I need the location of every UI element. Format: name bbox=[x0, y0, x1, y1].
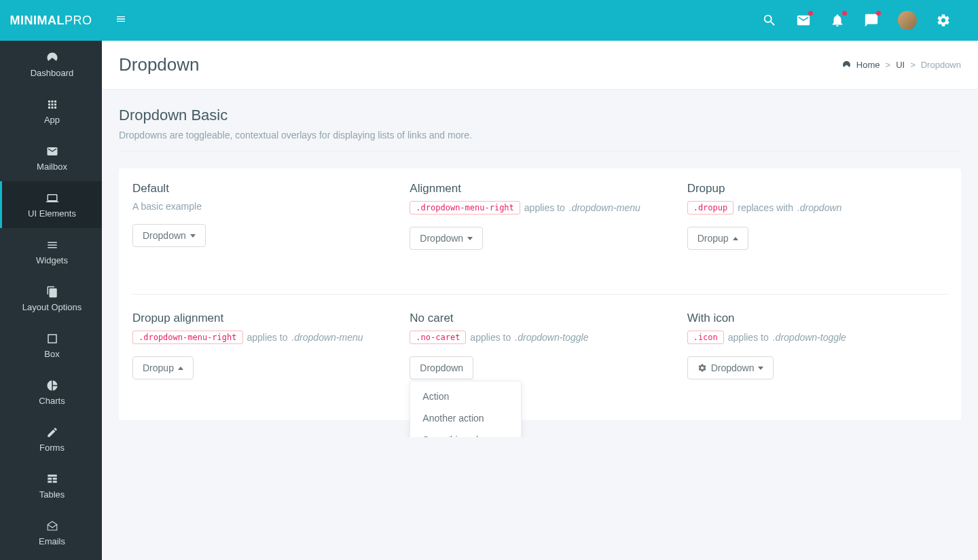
layout-icon bbox=[46, 284, 58, 299]
sidebar-item-label: Widgets bbox=[36, 255, 68, 265]
content: Dropdown Basic Dropdowns are toggleable,… bbox=[102, 90, 978, 437]
dropdown-button-with-icon[interactable]: Dropdown bbox=[687, 356, 774, 379]
avatar-image bbox=[898, 11, 917, 30]
example-dropup: Dropup .dropup replaces with .dropdown D… bbox=[687, 182, 947, 277]
sidebar-item-label: App bbox=[44, 115, 60, 125]
sidebar-item-charts[interactable]: Charts bbox=[0, 369, 102, 415]
dropdown-menu-item[interactable]: Something else here bbox=[410, 429, 521, 437]
chat-icon[interactable] bbox=[864, 13, 879, 28]
sidebar-item-layout-options[interactable]: Layout Options bbox=[0, 275, 102, 322]
topbar-actions bbox=[102, 11, 978, 30]
example-no-caret: No caret .no-caret applies to .dropdown-… bbox=[410, 312, 670, 407]
sidebar-item-forms[interactable]: Forms bbox=[0, 415, 102, 437]
caret-down-icon bbox=[758, 367, 763, 370]
breadcrumb-home[interactable]: Home bbox=[856, 60, 880, 70]
dropdown-menu-item[interactable]: Action bbox=[410, 386, 521, 407]
example-title: Dropup bbox=[687, 182, 947, 195]
code-tag: .dropdown-menu-right bbox=[132, 331, 243, 344]
caret-down-icon bbox=[190, 234, 196, 238]
dropdown-menu-item[interactable]: Another action bbox=[410, 407, 521, 429]
notification-dot bbox=[876, 11, 881, 16]
gear-icon bbox=[698, 363, 707, 373]
example-title: Dropup alignment bbox=[132, 312, 393, 325]
example-desc: .no-caret applies to .dropdown-toggle bbox=[410, 331, 670, 344]
bars-icon bbox=[46, 238, 58, 253]
home-icon bbox=[842, 60, 851, 69]
dropup-button[interactable]: Dropup bbox=[132, 356, 194, 379]
logo-box[interactable]: MINIMALPRO bbox=[0, 0, 102, 41]
example-title: Alignment bbox=[410, 182, 670, 195]
laptop-icon bbox=[46, 191, 58, 206]
grid-icon bbox=[46, 97, 58, 112]
caret-up-icon bbox=[178, 367, 183, 370]
dropdown-button-no-caret[interactable]: Dropdown bbox=[410, 356, 473, 379]
dropdown-button[interactable]: Dropdown bbox=[132, 224, 206, 247]
search-icon[interactable] bbox=[762, 13, 777, 28]
example-desc: A basic example bbox=[132, 201, 393, 212]
sidebar-item-label: Box bbox=[44, 349, 59, 359]
breadcrumb-sep: > bbox=[910, 60, 916, 70]
example-desc: .dropdown-menu-right applies to .dropdow… bbox=[410, 201, 670, 214]
mail-icon[interactable] bbox=[796, 13, 811, 28]
dropdown-button[interactable]: Dropdown bbox=[410, 227, 483, 250]
envelope-icon bbox=[46, 144, 58, 159]
brand-logo: MINIMALPRO bbox=[10, 14, 92, 28]
page-header: Dropdown Home > UI > Dropdown bbox=[102, 41, 978, 90]
sidebar-toggle-button[interactable] bbox=[115, 14, 126, 28]
sidebar-item-label: Layout Options bbox=[22, 302, 82, 312]
edit-icon bbox=[46, 425, 58, 437]
example-title: No caret bbox=[410, 312, 670, 325]
examples-card: Default A basic example Dropdown Alignme… bbox=[119, 168, 961, 420]
sidebar-item-label: Mailbox bbox=[37, 162, 67, 172]
sidebar-item-widgets[interactable]: Widgets bbox=[0, 228, 102, 275]
sidebar-item-mailbox[interactable]: Mailbox bbox=[0, 134, 102, 181]
example-default: Default A basic example Dropdown bbox=[132, 182, 393, 277]
code-tag: .dropdown-menu-right bbox=[410, 201, 520, 214]
divider bbox=[119, 151, 961, 151]
code-tag: .icon bbox=[687, 331, 724, 344]
dropdown-wrapper: Dropdown Action Another action Something… bbox=[410, 356, 473, 379]
breadcrumb-sep: > bbox=[886, 60, 891, 70]
sidebar-item-label: Dashboard bbox=[31, 68, 74, 78]
dropup-button[interactable]: Dropup bbox=[687, 227, 748, 250]
caret-up-icon bbox=[733, 237, 738, 240]
topbar-right bbox=[762, 11, 964, 30]
example-title: Default bbox=[132, 182, 393, 195]
example-title: With icon bbox=[687, 312, 947, 325]
sidebar-item-dashboard[interactable]: Dashboard bbox=[0, 41, 102, 88]
notification-dot bbox=[808, 11, 813, 16]
breadcrumb-parent[interactable]: UI bbox=[896, 60, 905, 70]
row-divider bbox=[132, 294, 947, 295]
example-desc: .dropup replaces with .dropdown bbox=[687, 201, 947, 214]
page-title: Dropdown bbox=[119, 54, 200, 75]
caret-down-icon bbox=[467, 237, 473, 240]
sidebar-item-label: UI Elements bbox=[28, 208, 76, 219]
topbar: MINIMALPRO bbox=[0, 0, 978, 41]
example-desc: .icon applies to .dropdown-toggle bbox=[687, 331, 947, 344]
pie-chart-icon bbox=[46, 378, 58, 393]
section-desc: Dropdowns are toggleable, contextual ove… bbox=[119, 130, 961, 141]
dropdown-menu: Action Another action Something else her… bbox=[410, 381, 522, 437]
example-dropup-alignment: Dropup alignment .dropdown-menu-right ap… bbox=[132, 312, 393, 407]
sidebar-item-app[interactable]: App bbox=[0, 88, 102, 134]
example-desc: .dropdown-menu-right applies to .dropdow… bbox=[132, 331, 393, 344]
breadcrumb-current: Dropdown bbox=[921, 60, 961, 70]
breadcrumb: Home > UI > Dropdown bbox=[842, 60, 961, 70]
main-content: Dropdown Home > UI > Dropdown Dropdown B… bbox=[102, 0, 978, 437]
sidebar: Dashboard App Mailbox UI Elements Widget… bbox=[0, 0, 102, 437]
sidebar-item-label: Charts bbox=[39, 396, 65, 406]
notification-dot bbox=[842, 11, 847, 16]
example-with-icon: With icon .icon applies to .dropdown-tog… bbox=[687, 312, 947, 407]
user-avatar[interactable] bbox=[898, 11, 917, 30]
code-tag: .no-caret bbox=[410, 331, 466, 344]
settings-icon[interactable] bbox=[936, 13, 951, 28]
code-tag: .dropup bbox=[687, 201, 734, 214]
bell-icon[interactable] bbox=[830, 13, 845, 28]
examples-grid: Default A basic example Dropdown Alignme… bbox=[132, 182, 947, 407]
example-alignment: Alignment .dropdown-menu-right applies t… bbox=[410, 182, 670, 277]
dashboard-icon bbox=[46, 50, 58, 65]
section-title: Dropdown Basic bbox=[119, 107, 961, 124]
sidebar-item-ui-elements[interactable]: UI Elements bbox=[0, 181, 102, 228]
sidebar-item-box[interactable]: Box bbox=[0, 322, 102, 369]
box-icon bbox=[46, 331, 58, 346]
